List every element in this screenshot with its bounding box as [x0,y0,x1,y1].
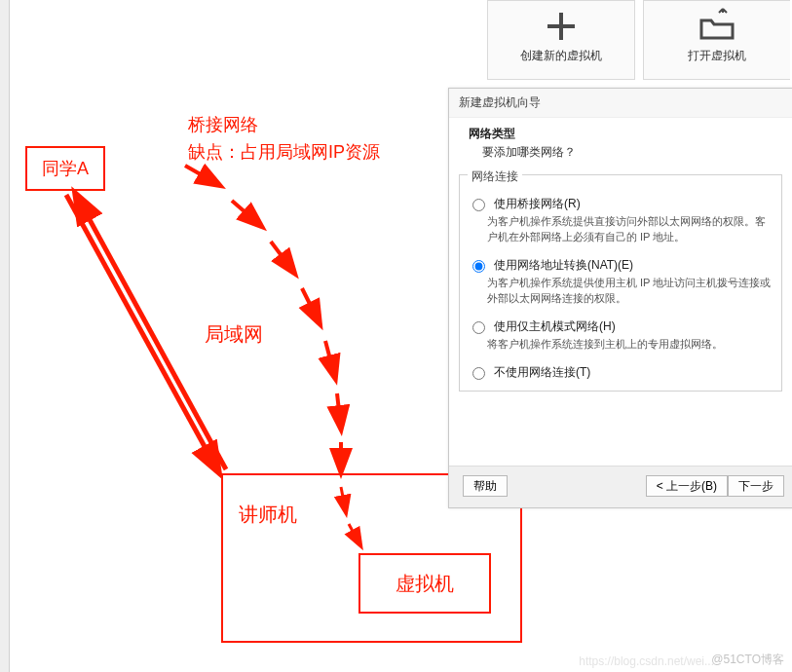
annot-lan: 局域网 [205,321,263,348]
opt-hostonly-label: 使用仅主机模式网络(H) [494,318,616,335]
opt-nat-desc: 为客户机操作系统提供使用主机 IP 地址访问主机拨号连接或外部以太网网络连接的权… [487,276,773,307]
open-folder-icon [696,7,738,46]
opt-nat-label: 使用网络地址转换(NAT)(E) [494,257,633,274]
annot-bridge-title: 桥接网络 [188,113,258,136]
annot-teacher: 讲师机 [239,502,297,528]
prev-button[interactable]: < 上一步(B) [646,475,728,497]
dialog-heading: 网络类型 [449,118,792,142]
annot-bridge-desc: 缺点：占用局域网IP资源 [188,140,380,164]
node-vm: 虚拟机 [358,553,491,614]
next-button[interactable]: 下一步 [728,475,784,497]
radio-hostonly[interactable] [472,321,485,334]
network-group: 网络连接 使用桥接网络(R) 为客户机操作系统提供直接访问外部以太网网络的权限。… [459,174,782,392]
doc-margin [0,0,10,672]
svg-line-1 [76,195,226,469]
dialog-title: 新建虚拟机向导 [449,89,792,118]
opt-none[interactable]: 不使用网络连接(T) [460,362,781,391]
tile-open-vm[interactable]: 打开虚拟机 [643,0,790,80]
opt-hostonly-desc: 将客户机操作系统连接到主机上的专用虚拟网络。 [487,337,773,353]
opt-nat[interactable]: 使用网络地址转换(NAT)(E) 为客户机操作系统提供使用主机 IP 地址访问主… [460,255,781,317]
watermark-51cto: @51CTO博客 [711,652,784,668]
node-student-a: 同学A [25,146,105,191]
svg-line-0 [66,195,218,471]
opt-bridge-label: 使用桥接网络(R) [494,196,581,212]
radio-none[interactable] [472,367,485,380]
help-button[interactable]: 帮助 [463,475,508,497]
dialog-subheading: 要添加哪类网络？ [449,142,792,170]
dialog-footer: 帮助 < 上一步(B) 下一步 [449,466,792,507]
opt-bridge[interactable]: 使用桥接网络(R) 为客户机操作系统提供直接访问外部以太网网络的权限。客户机在外… [460,194,781,255]
radio-nat[interactable] [472,260,485,273]
opt-bridge-desc: 为客户机操作系统提供直接访问外部以太网网络的权限。客户机在外部网络上必须有自己的… [487,214,773,245]
opt-hostonly[interactable]: 使用仅主机模式网络(H) 将客户机操作系统连接到主机上的专用虚拟网络。 [460,317,781,362]
new-vm-wizard-dialog: 新建虚拟机向导 网络类型 要添加哪类网络？ 网络连接 使用桥接网络(R) 为客户… [448,88,792,508]
plus-icon [542,7,581,46]
tile-open-label: 打开虚拟机 [644,48,790,64]
group-title: 网络连接 [468,168,522,185]
tile-create-label: 创建新的虚拟机 [488,48,634,64]
opt-none-label: 不使用网络连接(T) [494,364,590,381]
radio-bridge[interactable] [472,199,485,211]
tile-create-vm[interactable]: 创建新的虚拟机 [487,0,635,80]
watermark-csdn: https://blog.csdn.net/wei... [579,654,714,668]
